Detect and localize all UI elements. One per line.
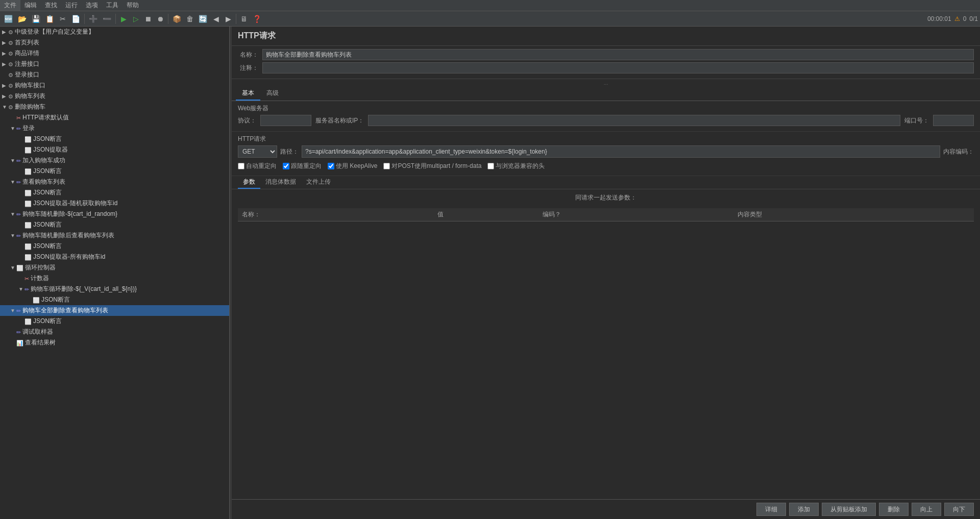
multipart-label[interactable]: 对POST使用multipart / form-data (383, 162, 481, 170)
tree-item-debug-sampler[interactable]: ✏调试取样器 (0, 327, 229, 337)
tab-basic[interactable]: 基本 (236, 87, 260, 101)
server-input[interactable] (368, 115, 900, 126)
tree-item-cart-all-delete-view[interactable]: ▼✏购物车全部删除查看购物车列表 (0, 305, 229, 316)
tree-item-advanced-login[interactable]: ▶⚙中级登录【用户自定义变量】 (0, 27, 229, 37)
toolbar-help[interactable]: ❓ (251, 13, 263, 25)
menu-find[interactable]: 查找 (41, 0, 61, 11)
params-tab-body[interactable]: 消息体数据 (260, 176, 301, 189)
tab-advanced[interactable]: 高级 (260, 87, 285, 101)
toolbar-run[interactable]: ▶ (118, 13, 129, 25)
auto-redirect-label[interactable]: 自动重定向 (238, 162, 277, 170)
params-tab-file[interactable]: 文件上传 (301, 176, 336, 189)
menu-options[interactable]: 选项 (82, 0, 102, 11)
tree-item-view-cart-list[interactable]: ▼✏查看购物车列表 (0, 177, 229, 187)
delete-button[interactable]: 删除 (879, 503, 909, 516)
toolbar-new[interactable]: 🆕 (2, 13, 15, 25)
browser-compat-checkbox[interactable] (487, 163, 494, 169)
tree-item-json-assert-6[interactable]: ⬜JSON断言 (0, 294, 229, 305)
tree-item-register-interface[interactable]: ▶⚙注册接口 (0, 59, 229, 69)
right-panel: HTTP请求 名称： 注释： ... 基本 高级 Web服务器 协议： (232, 27, 980, 519)
separator-2 (115, 14, 116, 24)
comment-input[interactable] (262, 62, 974, 73)
detail-button[interactable]: 详细 (756, 503, 786, 516)
timer-display: 00:00:01 (927, 15, 951, 22)
col-name: 名称： (238, 208, 433, 221)
toolbar-clear-all[interactable]: 🔄 (197, 13, 209, 25)
tree-item-json-extractor-all[interactable]: ⬜JSON提取器-所有购物车id (0, 252, 229, 262)
params-info: 同请求一起发送参数： (238, 189, 974, 206)
menu-edit[interactable]: 编辑 (20, 0, 41, 11)
tree-item-counter[interactable]: ✂计数器 (0, 273, 229, 284)
web-server-title: Web服务器 (238, 104, 974, 113)
toolbar-open[interactable]: 📂 (16, 13, 29, 25)
toolbar-save-as[interactable]: 📋 (43, 13, 56, 25)
tree-item-json-extractor-random[interactable]: ⬜JSON提取器-随机获取购物车id (0, 198, 229, 209)
keep-alive-label[interactable]: 使用 KeepAlive (328, 162, 377, 170)
tree-item-json-assert-5[interactable]: ⬜JSON断言 (0, 241, 229, 252)
toolbar-cut[interactable]: ✂ (57, 13, 68, 25)
toolbar-copy[interactable]: 📄 (69, 13, 82, 25)
method-select[interactable]: GET POST PUT DELETE (238, 145, 277, 158)
tree-item-json-assert-4[interactable]: ⬜JSON断言 (0, 219, 229, 230)
tree-item-json-assert-7[interactable]: ⬜JSON断言 (0, 316, 229, 327)
name-input[interactable] (262, 49, 974, 60)
down-button[interactable]: 向下 (944, 503, 974, 516)
params-tab-params[interactable]: 参数 (238, 176, 260, 189)
auto-redirect-checkbox[interactable] (238, 163, 244, 169)
tree-item-cart-list[interactable]: ▶⚙购物车列表 (0, 91, 229, 102)
tree-item-cart-random-delete-view[interactable]: ▼✏购物车随机删除后查看购物车列表 (0, 230, 229, 241)
toolbar-remote[interactable]: 🖥 (238, 13, 250, 25)
tree-item-cart-interface[interactable]: ▶⚙购物车接口 (0, 80, 229, 91)
tree-item-home-list[interactable]: ▶⚙首页列表 (0, 37, 229, 48)
toolbar-stop[interactable]: ⏹ (142, 13, 154, 25)
toolbar-arrow-right[interactable]: ▶ (223, 13, 234, 25)
tree-label-json-assert-7: JSON断言 (33, 317, 62, 326)
toolbar-arrow-left[interactable]: ◀ (210, 13, 222, 25)
toolbar-minus[interactable]: ➖ (101, 13, 113, 25)
menu-file[interactable]: 文件 (0, 0, 20, 11)
port-input[interactable] (933, 115, 974, 126)
port-label: 端口号： (904, 116, 929, 125)
tree-item-add-cart-success[interactable]: ▼✏加入购物车成功 (0, 155, 229, 166)
toolbar-shutdown[interactable]: ⏺ (155, 13, 166, 25)
tree-item-cart-random-delete[interactable]: ▼✏购物车随机删除-${cart_id_random} (0, 209, 229, 219)
paste-add-button[interactable]: 从剪贴板添加 (822, 503, 876, 516)
tree-item-cart-loop-delete[interactable]: ▼✏购物车循环删除-${_V(cart_id_all_${n})} (0, 284, 229, 294)
toolbar-save[interactable]: 💾 (30, 13, 42, 25)
menu-tools[interactable]: 工具 (102, 0, 122, 11)
toolbar-run-all[interactable]: ▷ (130, 13, 141, 25)
bottom-bar: 详细 添加 从剪贴板添加 删除 向上 向下 (232, 499, 980, 519)
server-name-label: 服务器名称或IP： (315, 116, 364, 125)
keep-alive-text: 使用 KeepAlive (336, 162, 377, 170)
menu-help[interactable]: 帮助 (122, 0, 143, 11)
tree-item-json-assert-3[interactable]: ⬜JSON断言 (0, 187, 229, 198)
multipart-checkbox[interactable] (383, 163, 390, 169)
tree-item-http-default[interactable]: ✂HTTP请求默认值 (0, 112, 229, 123)
browser-compat-label[interactable]: 与浏览器兼容的头 (487, 162, 545, 170)
path-input[interactable] (302, 145, 940, 158)
tree-item-json-extractor-1[interactable]: ⬜JSON提取器 (0, 144, 229, 155)
toolbar-add[interactable]: ➕ (87, 13, 100, 25)
tree-item-loop-controller[interactable]: ▼⬜循环控制器 (0, 262, 229, 273)
menu-run[interactable]: 运行 (61, 0, 82, 11)
tree-item-login-interface[interactable]: ⚙登录接口 (0, 69, 229, 80)
toolbar-template[interactable]: 📦 (170, 13, 183, 25)
follow-redirect-label[interactable]: 跟随重定向 (283, 162, 322, 170)
separator-4 (236, 14, 236, 24)
browser-compat-text: 与浏览器兼容的头 (496, 162, 545, 170)
tree-item-json-assert-2[interactable]: ⬜JSON断言 (0, 166, 229, 177)
add-button[interactable]: 添加 (789, 503, 819, 516)
tree-item-delete-cart[interactable]: ▼⚙删除购物车 (0, 102, 229, 112)
protocol-input[interactable] (260, 115, 311, 126)
tree-item-json-assert-1[interactable]: ⬜JSON断言 (0, 134, 229, 144)
follow-redirect-checkbox[interactable] (283, 163, 289, 169)
separator-1 (84, 14, 85, 24)
comment-row: 注释： (238, 62, 974, 73)
keep-alive-checkbox[interactable] (328, 163, 334, 169)
tree-item-login[interactable]: ▼✏登录 (0, 123, 229, 134)
server-row: 协议： 服务器名称或IP： 端口号： (238, 115, 974, 126)
up-button[interactable]: 向上 (912, 503, 941, 516)
tree-item-product-detail[interactable]: ▶⚙商品详情 (0, 48, 229, 59)
tree-item-view-result-tree[interactable]: 📊查看结果树 (0, 337, 229, 348)
toolbar-clear[interactable]: 🗑 (184, 13, 195, 25)
